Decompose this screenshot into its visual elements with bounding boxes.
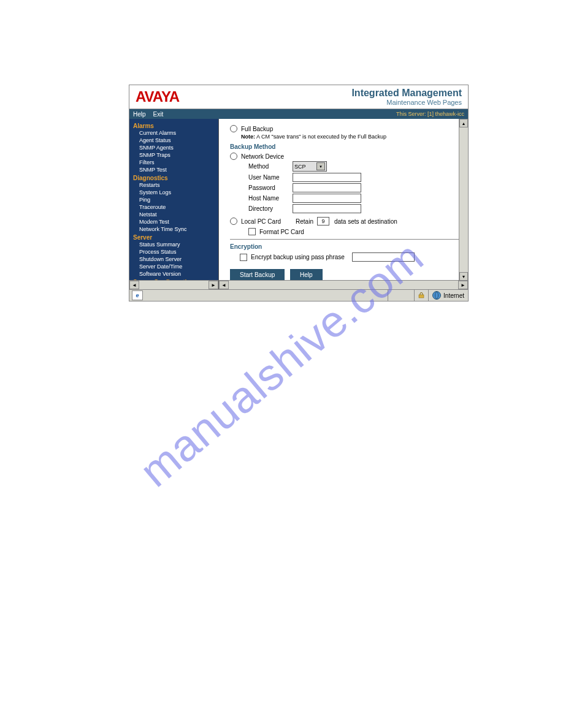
scroll-right-icon[interactable]: ► xyxy=(209,281,218,289)
label-retain-suffix: data sets at destination xyxy=(334,218,397,225)
heading-encryption: Encryption xyxy=(230,243,461,250)
nav-snmp-traps[interactable]: SNMP Traps xyxy=(133,151,215,159)
menu-exit[interactable]: Exit xyxy=(153,111,164,118)
app-subtitle: Maintenance Web Pages xyxy=(351,99,462,106)
label-method: Method xyxy=(248,163,293,170)
menu-help[interactable]: Help xyxy=(133,111,146,118)
radio-full-backup[interactable] xyxy=(230,125,237,132)
input-password[interactable] xyxy=(293,183,361,192)
radio-network-device[interactable] xyxy=(230,153,237,160)
nav-system-logs[interactable]: System Logs xyxy=(133,189,215,196)
input-directory[interactable] xyxy=(293,204,361,213)
title-block: Integrated Management Maintenance Web Pa… xyxy=(351,88,462,106)
scroll-down-icon[interactable]: ▼ xyxy=(459,272,468,281)
sidebar-h-scrollbar[interactable]: ◄ ► xyxy=(129,280,218,289)
ie-icon: e xyxy=(132,290,143,300)
nav-software-version[interactable]: Software Version xyxy=(133,270,215,278)
globe-icon xyxy=(432,291,441,300)
full-backup-note: Note: A CM "save trans" is not executed … xyxy=(230,134,461,140)
start-backup-button[interactable]: Start Backup xyxy=(230,269,285,280)
logo-text: AVAYA xyxy=(136,88,179,105)
server-indicator: This Server: [1] thehawk-icc xyxy=(396,111,464,117)
label-full-backup: Full Backup xyxy=(241,126,273,132)
nav-process-status[interactable]: Process Status xyxy=(133,248,215,256)
scroll-right-icon[interactable]: ► xyxy=(458,281,468,289)
nav-network-time-sync[interactable]: Network Time Sync xyxy=(133,226,215,233)
menu-bar: Help Exit This Server: [1] thehawk-icc xyxy=(129,109,468,119)
label-username: User Name xyxy=(248,174,293,181)
label-network-device: Network Device xyxy=(241,153,284,160)
nav-snmp-test[interactable]: SNMP Test xyxy=(133,166,215,173)
help-button[interactable]: Help xyxy=(290,269,323,280)
label-retain: Retain xyxy=(296,218,313,225)
scroll-left-icon[interactable]: ◄ xyxy=(219,281,229,289)
sidebar: Alarms Current Alarms Agent Status SNMP … xyxy=(129,119,219,289)
label-encrypt: Encrypt backup using pass phrase xyxy=(251,254,345,260)
nav-traceroute[interactable]: Traceroute xyxy=(133,203,215,211)
app-window: AVAYA Integrated Management Maintenance … xyxy=(129,85,469,301)
scroll-left-icon[interactable]: ◄ xyxy=(129,281,139,289)
chevron-down-icon[interactable]: ▼ xyxy=(316,162,325,170)
svg-rect-0 xyxy=(419,295,424,298)
label-local-pc-card: Local PC Card xyxy=(241,218,281,225)
input-username[interactable] xyxy=(293,173,361,182)
app-title: Integrated Management xyxy=(351,88,462,99)
heading-backup-method: Backup Method xyxy=(230,143,461,150)
label-password: Password xyxy=(248,184,293,191)
input-hostname[interactable] xyxy=(293,194,361,203)
label-directory: Directory xyxy=(248,205,293,212)
select-method[interactable]: SCP ▼ xyxy=(293,161,327,172)
nav-restarts[interactable]: Restarts xyxy=(133,181,215,189)
nav-shutdown-server[interactable]: Shutdown Server xyxy=(133,256,215,263)
content-h-scrollbar[interactable]: ◄ ► xyxy=(219,280,468,289)
nav-modem-test[interactable]: Modem Test xyxy=(133,218,215,226)
nav-ping[interactable]: Ping xyxy=(133,196,215,203)
label-format-pc-card: Format PC Card xyxy=(259,229,304,235)
nav-status-summary[interactable]: Status Summary xyxy=(133,241,215,248)
nav-head-alarms: Alarms xyxy=(133,123,215,129)
input-passphrase[interactable] xyxy=(352,252,415,262)
nav-head-server: Server xyxy=(133,234,215,241)
nav-filters[interactable]: Filters xyxy=(133,159,215,166)
label-hostname: Host Name xyxy=(248,195,293,202)
status-bar: e Internet xyxy=(129,289,468,301)
status-zone: Internet xyxy=(443,292,464,299)
nav-current-alarms[interactable]: Current Alarms xyxy=(133,129,215,137)
main-content: Full Backup Note: A CM "save trans" is n… xyxy=(219,119,468,289)
input-retain[interactable]: 9 xyxy=(317,217,329,226)
title-bar: AVAYA Integrated Management Maintenance … xyxy=(129,85,468,109)
checkbox-encrypt[interactable] xyxy=(240,254,247,261)
scroll-up-icon[interactable]: ▲ xyxy=(459,119,468,127)
nav-server-datetime[interactable]: Server Date/Time xyxy=(133,263,215,270)
nav-snmp-agents[interactable]: SNMP Agents xyxy=(133,144,215,151)
nav-head-diagnostics: Diagnostics xyxy=(133,175,215,181)
radio-local-pc-card[interactable] xyxy=(230,218,237,225)
nav-agent-status[interactable]: Agent Status xyxy=(133,137,215,144)
nav-netstat[interactable]: Netstat xyxy=(133,211,215,218)
lock-icon xyxy=(418,292,424,298)
checkbox-format-pc-card[interactable] xyxy=(248,228,256,235)
brand-logo: AVAYA xyxy=(136,88,179,105)
separator xyxy=(230,239,461,240)
content-v-scrollbar[interactable]: ▲ ▼ xyxy=(459,119,468,281)
